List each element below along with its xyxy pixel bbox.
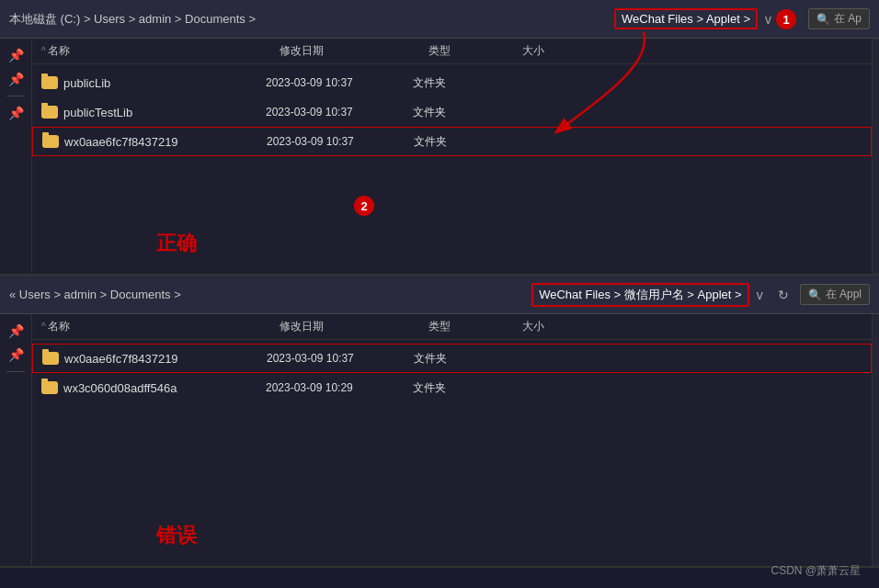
bottom-col-date: 修改日期 [280,319,427,334]
pin-icon[interactable]: 📌 [6,46,26,64]
top-scrollbar[interactable] [872,39,879,274]
bottom-file-list-header: ^ 名称 修改日期 类型 大小 [32,314,872,340]
correct-label: 正确 [156,230,197,257]
bottom-sort-icon: ^ [41,322,46,332]
pin-icon-3[interactable]: 📌 [6,104,26,122]
file-name: publicTestLib [63,106,266,119]
table-row-selected[interactable]: wx0aae6fc7f8437219 2023-03-09 10:37 文件夹 [32,344,872,373]
file-type: 文件夹 [413,75,505,91]
bottom-file-area: 📌 📌 ^ 名称 修改日期 类型 大小 wx0aae [0,314,879,566]
top-file-list-header: ^ 名称 修改日期 类型 大小 [32,39,872,64]
bottom-path-before: « Users > admin > Documents > [9,288,528,301]
file-name: wx0aae6fc7f8437219 [64,135,267,149]
sidebar-divider [6,96,25,96]
bottom-search-placeholder: 在 Appl [826,287,862,302]
file-type: 文件夹 [414,134,506,150]
bottom-refresh-btn[interactable]: ↻ [774,286,793,304]
bottom-search-box[interactable]: 🔍 在 Appl [800,284,870,305]
folder-icon-b1 [42,352,59,365]
bottom-dropdown-btn[interactable]: v [753,286,767,304]
top-file-area: 📌 📌 📌 ^ 名称 修改日期 类型 大小 [0,39,879,274]
top-sidebar: 📌 📌 📌 [0,39,32,274]
file-date: 2023-03-09 10:37 [267,135,414,148]
table-row-b2[interactable]: wx3c060d08adff546a 2023-03-09 10:29 文件夹 [32,373,872,402]
sidebar-divider-b [6,371,25,372]
wrong-label: 错误 [156,522,197,549]
file-name-b2: wx3c060d08adff546a [63,381,266,395]
bottom-panel: « Users > admin > Documents > WeChat Fil… [0,276,879,568]
top-path-before: 本地磁盘 (C:) > Users > admin > Documents > [9,11,611,28]
file-type-b1: 文件夹 [414,351,506,367]
bottom-addr-right: v ↻ 🔍 在 Appl [753,284,870,305]
pin-icon-b2[interactable]: 📌 [6,345,26,364]
table-row-highlighted[interactable]: wx0aae6fc7f8437219 2023-03-09 10:37 文件夹 [32,127,872,156]
bottom-sidebar: 📌 📌 [0,314,32,566]
top-search-box[interactable]: 🔍 在 Ap [808,8,870,29]
folder-icon [42,135,59,148]
annotation-2: 2 [354,196,374,216]
top-file-rows: publicLib 2023-03-09 10:37 文件夹 publicTes… [32,64,872,160]
top-search-placeholder: 在 Ap [834,11,862,27]
bottom-col-type: 类型 [428,319,520,334]
pin-icon-b1[interactable]: 📌 [6,322,26,340]
file-name-b1: wx0aae6fc7f8437219 [64,352,267,366]
top-col-date: 修改日期 [280,43,427,59]
top-path-highlighted[interactable]: WeChat Files > Applet > [614,8,758,29]
bottom-col-size: 大小 [522,319,862,334]
watermark: CSDN @萧萧云星 [771,563,861,579]
bottom-file-rows: wx0aae6fc7f8437219 2023-03-09 10:37 文件夹 … [32,340,872,406]
file-date: 2023-03-09 10:37 [266,106,413,119]
bottom-address-bar: « Users > admin > Documents > WeChat Fil… [0,276,879,314]
top-panel: 本地磁盘 (C:) > Users > admin > Documents > … [0,0,879,276]
folder-icon-b2 [41,381,58,394]
arrow-annotation [506,28,690,138]
file-date: 2023-03-09 10:37 [266,76,413,89]
folder-icon [41,76,58,89]
bottom-scrollbar[interactable] [872,314,879,566]
file-date-b2: 2023-03-09 10:29 [266,381,413,394]
top-dropdown-btn[interactable]: v [761,10,775,28]
file-name: publicLib [63,76,266,90]
top-sort-icon: ^ [41,46,46,56]
folder-icon [41,106,58,119]
file-type-b2: 文件夹 [413,380,505,396]
search-icon: 🔍 [816,13,830,26]
file-date-b1: 2023-03-09 10:37 [267,352,414,365]
table-row[interactable]: publicTestLib 2023-03-09 10:37 文件夹 [32,97,872,127]
pin-icon-2[interactable]: 📌 [6,70,26,88]
main-container: 本地磁盘 (C:) > Users > admin > Documents > … [0,0,879,588]
annotation-1: 1 [776,9,796,29]
bottom-path-highlighted[interactable]: WeChat Files > 微信用户名 > Applet > [531,283,748,307]
top-address-bar: 本地磁盘 (C:) > Users > admin > Documents > … [0,0,879,39]
file-type: 文件夹 [413,105,505,120]
top-col-name: 名称 [48,43,278,59]
table-row[interactable]: publicLib 2023-03-09 10:37 文件夹 [32,68,872,97]
bottom-col-name: 名称 [48,319,278,334]
search-icon-bottom: 🔍 [808,288,822,301]
